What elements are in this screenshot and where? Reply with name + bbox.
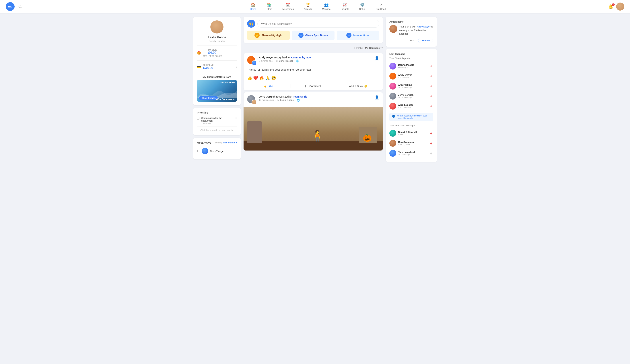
jerry-thank-button[interactable]: ＋ (430, 94, 433, 98)
nav-item-manage[interactable]: 👥 Manage (317, 1, 336, 12)
to-give-more-button[interactable]: ⋮ (234, 51, 237, 55)
globe-icon: 🌐 (296, 59, 299, 62)
appreciate-input[interactable] (258, 20, 379, 28)
filter-value[interactable]: 'My Company' (364, 47, 380, 49)
nav-item-home[interactable]: 🏠 Home (245, 1, 262, 12)
april-thank-button[interactable]: ＋ (430, 104, 433, 108)
april-avatar (390, 103, 396, 110)
to-give-row[interactable]: 🎁 TO GIVE $4.00 $400 · SPOT BONUS › ⋮ (197, 48, 237, 58)
to-give-label: TO GIVE (203, 49, 222, 51)
thanked-item-ann: Ann Perkins 14 minutes ago ＋ (390, 81, 433, 91)
post-2-byline: Jerry Gergich recognized for Team Spirit (259, 95, 372, 98)
home-icon: 🏠 (251, 2, 256, 7)
filter-chevron-icon[interactable]: ▾ (382, 47, 383, 49)
post-1-buck-button[interactable]: Add a Buck 🪙 (336, 83, 380, 89)
post-1-by-label: by (276, 60, 278, 62)
thanked-item-andy: Andy Dwyer 2 hours ago ＋ (390, 71, 433, 81)
scene-person: 🧍 (310, 131, 324, 141)
filter-by-label: Filter by: (354, 47, 364, 49)
card-hashtag: #thanksmatters (220, 81, 235, 84)
action-items-title: Action Items (390, 20, 433, 23)
user-avatar-nav[interactable] (616, 2, 624, 10)
donna-name: Donna Meagle (398, 63, 428, 66)
nav-label-awards: Awards (304, 8, 312, 10)
post-1-by-name[interactable]: Chris Traeger (279, 60, 293, 62)
post-2-time: 14 minutes ago (259, 99, 274, 101)
separator-dot (274, 61, 274, 61)
comment-icon: 💬 (305, 85, 308, 88)
stuart-thank-button[interactable]: ＋ (430, 131, 433, 135)
most-active-card: Most Active Sort By This month ▾ 1 Chris… (193, 138, 240, 160)
nav-item-awards[interactable]: 🏆 Awards (299, 1, 317, 12)
give-spot-bonus-button[interactable]: ＋ Give a Spot Bonus (292, 30, 334, 40)
sort-by-control[interactable]: Sort By This month ▾ (215, 141, 237, 144)
post-1-comment-button[interactable]: 💬 Comment (291, 83, 336, 89)
to-spend-row[interactable]: 💳 TO SPEND $38.00 › (197, 63, 237, 71)
stuart-info: Stuart O'Donnell Never (398, 131, 428, 136)
to-spend-label: TO SPEND (203, 64, 214, 66)
add-priority-button[interactable]: ＋ Click here to add a new priority... (197, 129, 237, 132)
reaction-fire[interactable]: 🔥 (259, 76, 264, 80)
to-give-chevron[interactable]: › (232, 51, 232, 55)
ann-thank-button[interactable]: ＋ (430, 84, 433, 88)
reaction-laugh[interactable]: 😆 (271, 76, 276, 80)
nav-item-setup[interactable]: ⚙️ Setup (354, 1, 370, 12)
priority-age: 1 week old (201, 123, 234, 125)
show-details-button[interactable]: Show Details (199, 96, 218, 100)
action-buttons-row: ⭐ Share a Highlight ＋ Give a Spot Bonus … (247, 30, 379, 40)
nav-item-milestones[interactable]: 📅 Milestones (277, 1, 299, 12)
nav-item-insights[interactable]: 📈 Insights (336, 1, 354, 12)
share-highlight-button[interactable]: ⭐ Share a Highlight (247, 30, 290, 40)
hide-button[interactable]: Hide (407, 38, 416, 43)
orgchart-icon: ↗ (379, 2, 382, 7)
star-icon: ⭐ (254, 33, 260, 38)
to-spend-chevron[interactable]: › (236, 65, 237, 69)
review-button[interactable]: Review (418, 38, 433, 43)
reaction-thumbsup[interactable]: 👍 (247, 76, 252, 80)
donna-thank-button[interactable]: ＋ (430, 64, 433, 68)
buck-label: Add a Buck (349, 85, 363, 88)
setup-icon: ⚙️ (360, 2, 364, 7)
store-icon: 🏪 (267, 2, 272, 7)
share-highlight-label: Share a Highlight (262, 34, 282, 37)
post-1-time: 8 minutes ago (259, 60, 272, 62)
post-1-like-button[interactable]: 👍 Like (246, 83, 290, 89)
post-1-byline: Andy Dwyer recognized for Community Now (259, 56, 372, 59)
more-actions-button[interactable]: ＋ More Actions (337, 30, 379, 40)
recognition-percent: 80% (416, 115, 420, 117)
milestones-icon: 📅 (286, 2, 290, 7)
reaction-heart[interactable]: ❤️ (253, 76, 258, 80)
action-item-link[interactable]: Andy Dwyer (417, 25, 430, 28)
most-active-title: Most Active (197, 141, 211, 144)
visa-label: VISA Commercial (216, 98, 235, 101)
post-2-add-icon[interactable]: 👤 (374, 95, 379, 100)
priority-drag-handle[interactable]: ≡ (235, 117, 237, 120)
profile-name: Leslie Knope (197, 36, 237, 39)
reaction-pray[interactable]: 🙏 (265, 76, 270, 80)
feed-center: 🙌 ⭐ Share a Highlight ＋ Give a Spot Bonu… (244, 17, 383, 162)
ron-thank-button[interactable]: ＋ (430, 141, 433, 145)
thanksmatters-card: #thanksmatters Show Details VISA Commerc… (197, 80, 237, 102)
ann-avatar (390, 83, 396, 90)
donna-avatar (390, 63, 396, 69)
notification-bell-button[interactable]: 🔔1 (608, 4, 613, 9)
nav-item-store[interactable]: 🏪 Store (262, 1, 277, 12)
to-give-sub: $400 · SPOT BONUS (203, 55, 222, 57)
post-1-add-icon[interactable]: 👤 (374, 56, 379, 60)
app-logo[interactable]: mv (6, 2, 14, 11)
priority-checkbox[interactable] (197, 117, 200, 120)
nav-label-setup: Setup (359, 8, 365, 10)
post-2-by-name[interactable]: Leslie Knope (280, 99, 294, 101)
post-2-by-label: by (277, 99, 279, 101)
profile-title: Deputy Director (197, 40, 237, 42)
andy-thank-button[interactable]: ＋ (430, 74, 433, 78)
nav-label-store: Store (266, 8, 272, 10)
action-text-prefix: Your 1 on 1 with (399, 25, 416, 28)
main-layout: Leslie Knope Deputy Director 🎁 TO GIVE $… (188, 13, 442, 166)
search-button[interactable] (18, 4, 22, 9)
to-give-info: TO GIVE $4.00 $400 · SPOT BONUS (203, 49, 222, 57)
ann-time: 14 minutes ago (398, 86, 428, 88)
give-spot-bonus-label: Give a Spot Bonus (305, 34, 328, 37)
tom-thank-button[interactable]: ＋ (430, 152, 433, 155)
nav-item-orgchart[interactable]: ↗ Org Chart (370, 1, 391, 12)
